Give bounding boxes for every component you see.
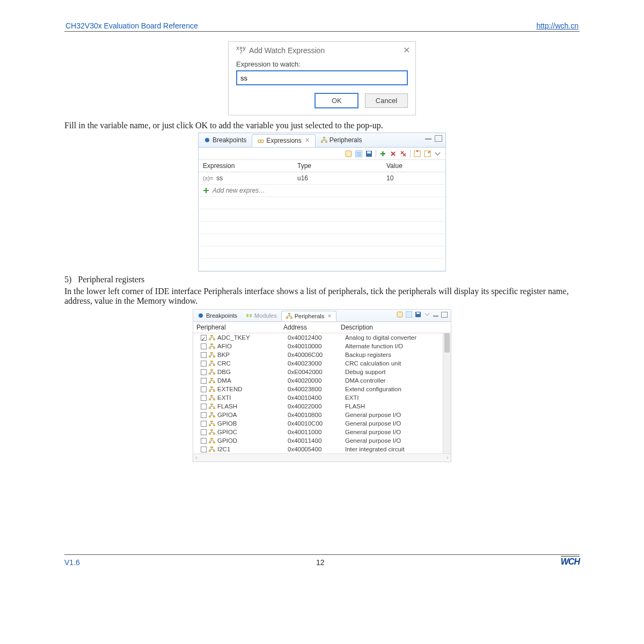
svg-point-1 [258, 140, 261, 143]
peripheral-row[interactable]: EXTI0x40010400EXTI [193, 393, 451, 402]
tree-node-icon [209, 438, 215, 443]
select-icon[interactable] [406, 311, 412, 318]
peripheral-row[interactable]: FLASH0x40022000FLASH [193, 402, 451, 411]
peripheral-description: Analog to digital converter [342, 333, 451, 342]
horizontal-scrollbar[interactable]: ‹› [193, 453, 451, 462]
expression-row[interactable]: (x)= ss u16 10 [199, 172, 445, 185]
tab-peripherals-2[interactable]: Peripherals ✕ [281, 311, 337, 321]
doc-link[interactable]: http://wch.cn [536, 21, 579, 30]
save-icon[interactable] [365, 150, 372, 157]
peripheral-row[interactable]: I2C10x40005400Inter integrated circuit [193, 445, 451, 453]
tab-expressions[interactable]: Expressions ✕ [252, 134, 315, 147]
svg-rect-29 [210, 352, 213, 354]
peripheral-row[interactable]: EXTEND0x40023800Extend configuration [193, 385, 451, 393]
close-icon[interactable]: ✕ [403, 45, 410, 55]
peripheral-row[interactable]: DMA0x40020000DMA controller [193, 376, 451, 385]
minimize-icon[interactable] [425, 135, 431, 140]
checkbox[interactable] [201, 421, 207, 427]
svg-rect-55 [213, 425, 215, 426]
checkbox[interactable] [201, 361, 207, 367]
scrollbar[interactable] [443, 333, 451, 453]
checkbox[interactable] [201, 404, 207, 409]
checkbox[interactable] [201, 429, 207, 435]
tree-node-icon [209, 361, 215, 366]
expressions-tabs: Breakpoints Expressions ✕ Peripherals [199, 133, 445, 148]
save-icon[interactable] [415, 311, 421, 318]
svg-rect-28 [213, 347, 215, 349]
peripheral-row[interactable]: BKP0x40006C00Backup registers [193, 350, 451, 359]
svg-rect-15 [250, 314, 252, 317]
remove-icon[interactable] [390, 150, 397, 157]
close-tab-icon[interactable]: ✕ [305, 137, 310, 144]
ok-button[interactable]: OK [314, 93, 358, 108]
peripheral-address: 0x40010000 [284, 342, 342, 350]
peripheral-row[interactable]: GPIOB0x40010C00General purpose I/O [193, 419, 451, 428]
svg-point-13 [199, 313, 203, 318]
panel-window-controls[interactable] [425, 135, 442, 142]
expressions-panel: Breakpoints Expressions ✕ Peripherals [198, 133, 446, 272]
peripheral-row[interactable]: CRC0x40023000CRC calculation unit [193, 359, 451, 368]
col-expression[interactable]: Expression [199, 160, 293, 172]
view-menu-icon[interactable] [434, 150, 441, 157]
tab-modules[interactable]: Modules [241, 311, 281, 320]
peripheral-address: 0x40011000 [284, 428, 342, 436]
tab-breakpoints[interactable]: Breakpoints [199, 134, 252, 146]
checkbox[interactable] [201, 335, 207, 341]
peripheral-row[interactable]: AFIO0x40010000Alternate function I/O [193, 342, 451, 350]
cancel-button[interactable]: Cancel [365, 93, 408, 108]
pin-icon[interactable] [424, 150, 431, 157]
checkbox[interactable] [201, 369, 207, 375]
remove-all-icon[interactable] [400, 150, 407, 157]
checkbox[interactable] [201, 447, 207, 452]
expressions-toolbar [199, 148, 445, 160]
page-number: 12 [316, 558, 325, 567]
checkbox[interactable] [201, 386, 207, 392]
checkbox[interactable] [201, 412, 207, 418]
svg-rect-61 [213, 442, 215, 443]
peripheral-row[interactable]: GPIOD0x40011400General purpose I/O [193, 436, 451, 445]
collapse-icon[interactable] [414, 150, 421, 157]
col-value[interactable]: Value [382, 160, 445, 172]
add-icon[interactable] [379, 150, 386, 157]
checkbox[interactable] [201, 343, 207, 349]
new-watch-icon[interactable] [345, 150, 352, 157]
svg-rect-30 [209, 356, 211, 357]
view-menu-icon[interactable] [424, 311, 430, 318]
tab-breakpoints-2[interactable]: Breakpoints [193, 311, 241, 320]
new-watch-icon[interactable] [397, 311, 403, 318]
peripheral-row[interactable]: GPIOC0x40011000General purpose I/O [193, 428, 451, 436]
svg-rect-22 [416, 312, 420, 314]
expression-label: Expression to watch: [236, 60, 408, 68]
dialog-title: Add Watch Expression [249, 46, 325, 55]
checkbox[interactable] [201, 395, 207, 401]
peripheral-name: DBG [217, 369, 231, 375]
checkbox[interactable] [201, 378, 207, 384]
tree-icon [321, 137, 327, 143]
expression-input[interactable] [236, 70, 408, 85]
caption-2: In the lower left corner of IDE interfac… [64, 287, 580, 306]
modules-icon [246, 312, 252, 319]
add-new-expression-row[interactable]: Add new expres… [199, 185, 445, 197]
col-description[interactable]: Description [338, 322, 451, 333]
maximize-icon[interactable] [435, 135, 442, 142]
checkbox[interactable] [201, 352, 207, 358]
svg-rect-6 [346, 151, 352, 157]
peripheral-row[interactable]: GPIOA0x40010800General purpose I/O [193, 411, 451, 419]
svg-rect-35 [210, 369, 213, 371]
checkbox[interactable] [201, 438, 207, 444]
maximize-icon[interactable] [441, 312, 448, 318]
peripheral-name: FLASH [217, 403, 237, 409]
peripherals-tabs: Breakpoints Modules Peripherals ✕ [193, 310, 451, 322]
minimize-icon[interactable] [433, 313, 438, 317]
tab-peripherals[interactable]: Peripherals [316, 134, 368, 146]
peripheral-description: DMA controller [342, 376, 451, 385]
col-peripheral[interactable]: Peripheral [193, 322, 280, 333]
close-tab-icon[interactable]: ✕ [327, 313, 332, 319]
select-icon[interactable] [355, 150, 362, 157]
peripheral-row[interactable]: DBG0xE0042000Debug support [193, 368, 451, 376]
peripheral-name: GPIOD [217, 437, 237, 444]
peripheral-address: 0x40010800 [284, 411, 342, 419]
col-address[interactable]: Address [280, 322, 338, 333]
col-type[interactable]: Type [293, 160, 382, 172]
peripheral-row[interactable]: ADC_TKEY0x40012400Analog to digital conv… [193, 333, 451, 342]
